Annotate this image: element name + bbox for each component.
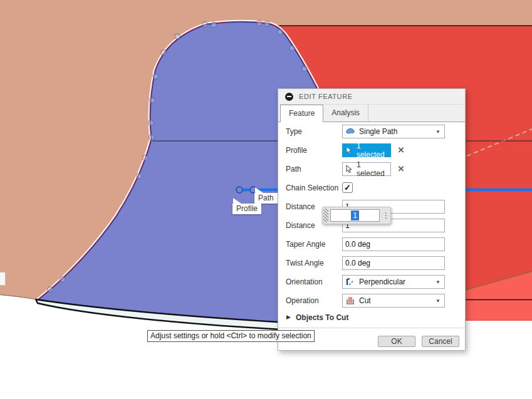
- profile-row: Profile 1 selected ✕: [278, 141, 465, 160]
- profile-callout-label: Profile: [232, 204, 261, 214]
- drag-grip-icon[interactable]: [323, 209, 328, 222]
- perpendicular-icon: [345, 277, 355, 287]
- cursor-icon: [346, 165, 353, 174]
- manipulator-input[interactable]: 1: [330, 209, 380, 222]
- footer-separator: [278, 328, 465, 328]
- left-edge-widget: [0, 272, 6, 286]
- dialog-tab-bar: Feature Analysis: [278, 105, 465, 122]
- status-tooltip: Adjust settings or hold <Ctrl> to modify…: [147, 330, 315, 342]
- orientation-dropdown[interactable]: Perpendicular ▼: [342, 275, 445, 289]
- type-label: Type: [286, 127, 302, 136]
- distance1-label: Distance: [286, 202, 315, 211]
- path-selection-button[interactable]: 1 selected: [342, 162, 391, 176]
- single-path-icon: [345, 127, 355, 137]
- cursor-icon: [346, 146, 353, 155]
- profile-label: Profile: [286, 146, 307, 155]
- type-dropdown[interactable]: Single Path ▼: [342, 125, 445, 138]
- kebab-menu-icon[interactable]: ⋮: [382, 212, 390, 219]
- chain-selection-label: Chain Selection: [286, 184, 338, 192]
- path-callout-label: Path: [254, 193, 278, 204]
- dialog-header[interactable]: EDIT FEATURE: [278, 89, 465, 105]
- taper-angle-row: Taper Angle: [278, 235, 465, 254]
- profile-selection-button[interactable]: 1 selected: [342, 143, 391, 157]
- distance-manipulator[interactable]: 1 ⋮: [322, 207, 391, 224]
- distance2-label: Distance: [286, 221, 315, 230]
- twist-angle-label: Twist Angle: [286, 259, 324, 267]
- cut-operation-icon: [345, 296, 355, 306]
- chain-selection-row: Chain Selection ✓: [278, 179, 465, 197]
- objects-to-cut-section[interactable]: ▶ Objects To Cut: [278, 310, 465, 326]
- orientation-label: Orientation: [286, 277, 323, 286]
- type-row: Type Single Path ▼: [278, 122, 465, 141]
- operation-label: Operation: [286, 296, 319, 305]
- expand-arrow-icon[interactable]: ▶: [286, 314, 291, 320]
- profile-selected-count: 1 selected: [357, 142, 390, 159]
- profile-clear-icon[interactable]: ✕: [395, 143, 407, 157]
- viewport: Path Profile EDIT FEATURE Feature Analys…: [0, 0, 532, 399]
- orientation-row: Orientation Perpendicular ▼: [278, 272, 465, 291]
- path-label: Path: [286, 165, 301, 174]
- manipulator-value: 1: [351, 210, 359, 220]
- profile-callout-text: Profile: [236, 204, 258, 213]
- chevron-down-icon: ▼: [436, 129, 441, 135]
- operation-value: Cut: [359, 296, 436, 305]
- tab-feature[interactable]: Feature: [280, 105, 323, 122]
- operation-row: Operation Cut ▼: [278, 291, 465, 310]
- operation-dropdown[interactable]: Cut ▼: [342, 294, 445, 308]
- twist-angle-row: Twist Angle: [278, 254, 465, 272]
- twist-angle-input[interactable]: [342, 256, 445, 270]
- path-clear-icon[interactable]: ✕: [395, 162, 407, 176]
- dialog-title: EDIT FEATURE: [299, 93, 353, 100]
- type-value: Single Path: [359, 127, 436, 136]
- path-row: Path 1 selected ✕: [278, 160, 465, 179]
- taper-angle-input[interactable]: [342, 237, 445, 251]
- cancel-button[interactable]: Cancel: [422, 336, 459, 347]
- chevron-down-icon: ▼: [436, 279, 441, 285]
- collapse-dialog-icon[interactable]: [285, 93, 293, 101]
- objects-to-cut-label: Objects To Cut: [296, 313, 348, 322]
- taper-angle-label: Taper Angle: [286, 240, 325, 249]
- ok-button[interactable]: OK: [378, 336, 415, 347]
- orientation-value: Perpendicular: [359, 277, 436, 286]
- chain-selection-checkbox[interactable]: ✓: [342, 182, 353, 193]
- chevron-down-icon: ▼: [436, 298, 441, 304]
- path-selected-count: 1 selected: [357, 160, 390, 178]
- path-callout-text: Path: [258, 194, 274, 202]
- tab-analysis[interactable]: Analysis: [323, 105, 368, 122]
